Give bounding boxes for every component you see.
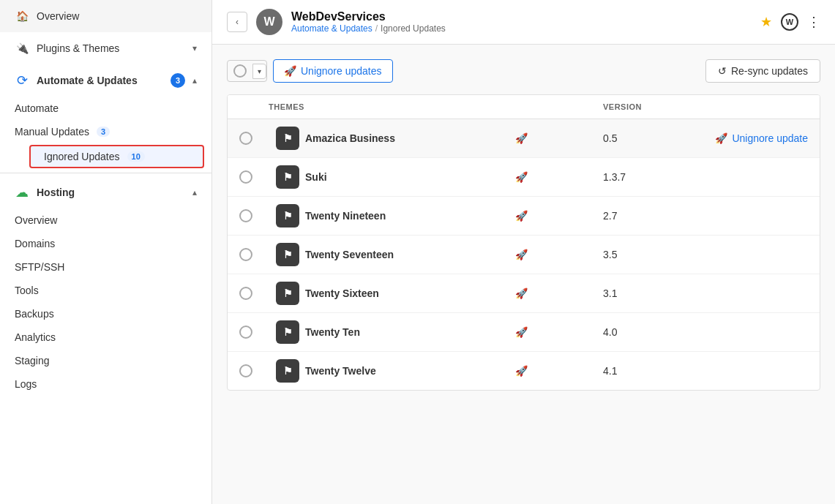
sftp-ssh-label: SFTP/SSH: [15, 261, 64, 273]
theme-icon: ⚑: [276, 282, 299, 305]
sidebar-item-domains[interactable]: Domains: [0, 232, 211, 255]
sidebar-item-hosting-overview[interactable]: Overview: [0, 208, 211, 232]
chevron-down-icon: ▾: [192, 43, 197, 53]
version-rocket-icon: 🚀: [515, 287, 528, 299]
row-checkbox[interactable]: [239, 170, 252, 184]
table-row: ⚑ Twenty Seventeen 🚀 3.5: [228, 236, 820, 274]
unignore-link-icon: 🚀: [715, 132, 727, 144]
breadcrumb-parent[interactable]: Automate & Updates: [291, 23, 372, 34]
version-icon-cell: 🚀: [515, 249, 603, 260]
version-cell: 3.1: [603, 287, 662, 299]
table-header-row: THEMES VERSION: [228, 95, 820, 119]
table-row: ⚑ Amazica Business 🚀 0.5 🚀 Unignore upda…: [228, 119, 820, 158]
automate-updates-badge: 3: [171, 73, 185, 88]
theme-name-cell: ⚑ Twenty Seventeen: [276, 243, 515, 266]
theme-name-cell: ⚑ Twenty Sixteen: [276, 282, 515, 305]
unignore-link-label: Unignore update: [732, 132, 808, 144]
sidebar-item-manual-updates[interactable]: Manual Updates 3: [0, 120, 211, 143]
sidebar-item-plugins-themes[interactable]: 🔌 Plugins & Themes ▾: [0, 32, 211, 64]
theme-name-text: Twenty Sixteen: [305, 287, 379, 299]
star-icon[interactable]: ★: [760, 14, 772, 30]
version-rocket-icon: 🚀: [515, 365, 528, 377]
manual-updates-badge: 3: [97, 127, 110, 137]
version-cell: 0.5: [603, 132, 662, 144]
back-button[interactable]: ‹: [227, 12, 247, 32]
manual-updates-label: Manual Updates: [15, 126, 89, 138]
checkbox-all[interactable]: [233, 64, 247, 78]
home-icon: 🏠: [15, 9, 29, 23]
themes-table: THEMES VERSION ⚑ Amazica Business 🚀 0.5 …: [227, 94, 820, 391]
theme-name-text: Twenty Ten: [305, 326, 360, 338]
unignore-updates-button[interactable]: 🚀 Unignore updates: [273, 59, 393, 83]
row-checkbox[interactable]: [239, 287, 252, 300]
table-row: ⚑ Twenty Twelve 🚀 4.1: [228, 352, 820, 390]
col-version-header: VERSION: [603, 102, 662, 111]
version-cell: 3.5: [603, 249, 662, 260]
sidebar-item-sftp-ssh[interactable]: SFTP/SSH: [0, 255, 211, 279]
row-checkbox-cell: [239, 170, 269, 184]
theme-icon: ⚑: [276, 320, 299, 344]
theme-icon: ⚑: [276, 359, 299, 383]
chevron-up-icon-hosting: ▴: [192, 187, 197, 198]
version-rocket-icon: 🚀: [515, 326, 528, 338]
row-checkbox[interactable]: [239, 132, 252, 145]
sidebar-item-automate-updates[interactable]: ⟳ Automate & Updates 3 ▴: [0, 64, 211, 97]
version-rocket-icon: 🚀: [515, 249, 528, 260]
automate-updates-subitems: Automate Manual Updates 3 Ignored Update…: [0, 97, 211, 168]
header-actions: ★ W ⋮: [760, 13, 820, 31]
breadcrumb: Automate & Updates / Ignored Updates: [291, 23, 752, 34]
sidebar-item-logs[interactable]: Logs: [0, 372, 211, 396]
table-row: ⚑ Twenty Nineteen 🚀 2.7: [228, 197, 820, 236]
version-cell: 4.0: [603, 326, 662, 338]
theme-name-cell: ⚑ Amazica Business: [276, 127, 515, 150]
theme-name-cell: ⚑ Suki: [276, 165, 515, 189]
version-text: 4.1: [603, 365, 617, 377]
sidebar-item-hosting[interactable]: ☁ Hosting ▴: [0, 176, 211, 208]
table-row: ⚑ Twenty Sixteen 🚀 3.1: [228, 274, 820, 313]
sidebar-item-tools[interactable]: Tools: [0, 279, 211, 302]
domains-label: Domains: [15, 238, 55, 249]
version-rocket-icon: 🚀: [515, 132, 528, 144]
content-area: ▾ 🚀 Unignore updates ↺ Re-sync updates T…: [212, 45, 835, 504]
tools-label: Tools: [15, 285, 39, 296]
action-cell: 🚀 Unignore update: [662, 132, 808, 144]
version-cell: 4.1: [603, 365, 662, 377]
row-checkbox-cell: [239, 209, 269, 222]
sidebar-item-backups[interactable]: Backups: [0, 302, 211, 326]
row-checkbox-cell: [239, 364, 269, 377]
select-all-checkbox[interactable]: [228, 61, 252, 81]
version-text: 1.3.7: [603, 171, 626, 183]
plugin-icon: 🔌: [15, 41, 29, 56]
version-icon-cell: 🚀: [515, 287, 603, 299]
sidebar-item-staging[interactable]: Staging: [0, 349, 211, 372]
staging-label: Staging: [15, 355, 49, 366]
select-dropdown-arrow[interactable]: ▾: [252, 64, 266, 79]
breadcrumb-current: Ignored Updates: [381, 23, 446, 34]
automate-icon: ⟳: [15, 73, 29, 88]
row-checkbox[interactable]: [239, 364, 252, 377]
more-options-icon[interactable]: ⋮: [807, 14, 820, 30]
table-row: ⚑ Suki 🚀 1.3.7: [228, 158, 820, 197]
version-rocket-icon: 🚀: [515, 210, 528, 222]
row-checkbox[interactable]: [239, 326, 252, 339]
back-icon: ‹: [236, 17, 239, 27]
unignore-update-link[interactable]: 🚀 Unignore update: [662, 132, 808, 144]
theme-name-cell: ⚑ Twenty Nineteen: [276, 204, 515, 227]
sidebar-item-automate[interactable]: Automate: [0, 97, 211, 120]
row-checkbox[interactable]: [239, 248, 252, 261]
row-checkbox[interactable]: [239, 209, 252, 222]
wordpress-icon[interactable]: W: [781, 13, 798, 31]
resync-btn-label: Re-sync updates: [731, 65, 808, 77]
version-cell: 1.3.7: [603, 171, 662, 183]
site-title: WebDevServices: [291, 10, 752, 23]
resync-icon: ↺: [718, 65, 727, 77]
chevron-up-icon: ▴: [192, 75, 197, 86]
resync-updates-button[interactable]: ↺ Re-sync updates: [705, 59, 820, 83]
table-row: ⚑ Twenty Ten 🚀 4.0: [228, 313, 820, 352]
header: ‹ W WebDevServices Automate & Updates / …: [212, 0, 835, 45]
analytics-label: Analytics: [15, 331, 56, 343]
sidebar-item-analytics[interactable]: Analytics: [0, 326, 211, 349]
theme-name-text: Twenty Nineteen: [305, 210, 386, 222]
sidebar-item-overview[interactable]: 🏠 Overview: [0, 0, 211, 32]
sidebar-item-ignored-updates[interactable]: Ignored Updates 10: [29, 145, 204, 168]
